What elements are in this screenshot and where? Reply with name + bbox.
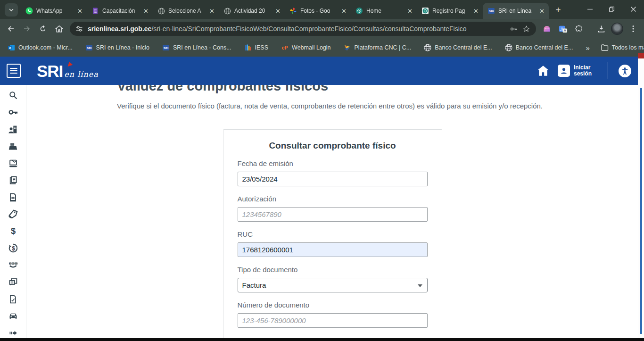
svg-text:A: A [563, 29, 566, 33]
refund-icon[interactable]: $ [8, 243, 18, 253]
cash-register-icon[interactable] [8, 141, 18, 151]
forward-button[interactable] [19, 21, 35, 37]
declaration-check-icon[interactable] [8, 294, 18, 304]
tab-sri-en-linea-active[interactable]: SRI SRI en Línea ✕ [483, 3, 549, 19]
page-title: Validez de comprobantes físicos [117, 85, 638, 94]
key-icon[interactable] [8, 107, 18, 117]
vehicle-icon[interactable] [8, 311, 18, 321]
tipo-documento-select[interactable]: Factura [238, 278, 428, 292]
tab-close-icon[interactable]: ✕ [76, 7, 84, 15]
globe-icon [223, 7, 231, 15]
tab-title: Home [366, 8, 406, 14]
svg-text:$: $ [10, 226, 15, 236]
tab-whatsapp[interactable]: WhatsApp ✕ [21, 3, 87, 19]
google-photos-icon [289, 7, 297, 15]
ruc-input[interactable] [238, 242, 428, 257]
site-settings-icon[interactable] [75, 25, 83, 33]
extension-monica-icon[interactable] [539, 21, 555, 37]
bookmark-label: Webmail Login [292, 44, 330, 51]
tab-capacitacion[interactable]: Capacitación ✕ [87, 3, 153, 19]
tab-search-button[interactable] [5, 3, 18, 17]
bookmarks-overflow-chevron[interactable]: » [586, 44, 589, 52]
tag-icon[interactable] [8, 209, 18, 219]
document-icon[interactable] [8, 192, 18, 202]
bookmark-sri-inicio[interactable]: SRI SRI en Línea - Inicio [85, 44, 149, 51]
new-tab-button[interactable]: + [552, 3, 565, 17]
login-button[interactable]: Iniciar sesión [558, 65, 595, 77]
tab-registro[interactable]: Registro Pag ✕ [417, 3, 483, 19]
bookmark-label: Outlook.com - Micr... [18, 44, 73, 51]
tab-home[interactable]: Home ✕ [351, 3, 417, 19]
sri-logo-text: SRI [37, 63, 63, 79]
home-icon[interactable] [537, 65, 549, 76]
bookmark-label: IESS [255, 44, 269, 51]
tab-close-icon[interactable]: ✕ [340, 7, 348, 15]
bookmark-sri-consultas[interactable]: SRI SRI en Línea - Cons... [162, 44, 231, 51]
bookmark-webmail[interactable]: cP Webmail Login [281, 44, 330, 51]
accessibility-icon[interactable] [619, 65, 631, 77]
exit-arrow-icon[interactable] [8, 328, 18, 338]
payment-cards-icon[interactable]: SNCDC [8, 260, 18, 270]
bookmark-banco-central-1[interactable]: Banco Central del E... [424, 44, 492, 51]
bookmark-iess[interactable]: IESS [244, 44, 269, 51]
iess-icon [244, 44, 252, 51]
tab-actividad[interactable]: Actividad 20 ✕ [219, 3, 285, 19]
fecha-emision-input[interactable] [238, 172, 428, 186]
tab-close-icon[interactable]: ✕ [406, 7, 414, 15]
svg-text:SRI: SRI [489, 9, 494, 13]
bookmark-cnc[interactable]: Plataforma CNC | C... [344, 44, 412, 51]
tab-close-icon[interactable]: ✕ [208, 7, 216, 15]
field-label-tipo-documento: Tipo de documento [238, 266, 428, 274]
field-label-ruc: RUC [238, 230, 428, 238]
restore-button[interactable] [601, 0, 622, 18]
documents-copy-icon[interactable] [8, 175, 18, 185]
sri-logo[interactable]: SRI en línea [37, 63, 99, 79]
bookmark-label: SRI en Línea - Inicio [96, 44, 149, 51]
back-button[interactable] [3, 21, 19, 37]
all-bookmarks-button[interactable]: Todos los marcadores [601, 44, 644, 51]
bookmark-banco-central-2[interactable]: Banco Central del E... [505, 44, 573, 51]
extensions-puzzle-icon[interactable] [571, 21, 587, 37]
consulta-form-card: Consultar comprobante físico Fecha de em… [223, 129, 442, 338]
teal-portal-icon [421, 7, 429, 15]
outlook-icon: o [8, 44, 15, 51]
address-bar[interactable]: srienlinea.sri.gob.ec /sri-en-linea/SriC… [70, 22, 536, 36]
home-button[interactable] [51, 21, 67, 37]
whatsapp-icon [25, 7, 33, 15]
downloads-icon[interactable] [593, 21, 609, 37]
electronic-documents-icon[interactable] [8, 158, 18, 168]
dollar-icon[interactable]: $ [8, 226, 18, 236]
page-scrollbar-track[interactable] [638, 58, 644, 338]
minimize-button[interactable] [579, 0, 601, 18]
search-icon[interactable] [8, 90, 18, 100]
bookmark-star-icon[interactable] [522, 25, 530, 33]
password-key-icon[interactable] [510, 25, 518, 33]
taxpayer-registry-icon[interactable] [8, 124, 18, 134]
reload-button[interactable] [35, 21, 51, 37]
tab-close-icon[interactable]: ✕ [274, 7, 282, 15]
all-bookmarks-label: Todos los marcadores [612, 44, 644, 51]
globe-dark-icon [505, 44, 512, 51]
menu-hamburger-button[interactable] [7, 64, 21, 78]
google-translate-icon[interactable]: 文A [555, 21, 571, 37]
tab-close-icon[interactable]: ✕ [538, 7, 546, 15]
tab-fotos[interactable]: Fotos - Goo ✕ [285, 3, 351, 19]
field-label-numero-documento: Número de documento [238, 301, 428, 309]
tab-close-icon[interactable]: ✕ [472, 7, 480, 15]
tab-title: WhatsApp [36, 8, 76, 14]
svg-text:NC: NC [12, 262, 14, 264]
tab-seleccione[interactable]: Seleccione A ✕ [153, 3, 219, 19]
bookmark-outlook[interactable]: o Outlook.com - Micr... [8, 44, 73, 51]
chrome-menu-icon[interactable] [625, 21, 641, 37]
close-window-button[interactable] [622, 0, 644, 18]
complaints-icon[interactable] [8, 277, 18, 287]
login-label: Iniciar sesión [574, 65, 595, 77]
tab-title: Fotos - Goo [300, 8, 340, 14]
profile-avatar[interactable] [609, 21, 625, 37]
page-scrollbar-thumb[interactable] [640, 88, 642, 334]
numero-documento-input[interactable] [238, 313, 428, 328]
autorizacion-input[interactable] [238, 207, 428, 222]
bottom-edge-bar [0, 338, 644, 341]
tab-close-icon[interactable]: ✕ [142, 7, 150, 15]
svg-text:DC: DC [15, 262, 17, 264]
